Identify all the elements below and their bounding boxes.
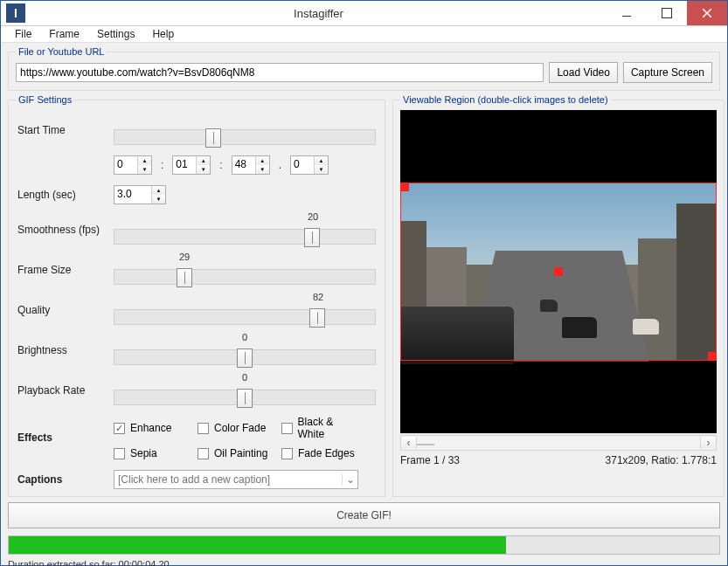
minutes-spinner[interactable]: 01▲▼ bbox=[172, 155, 211, 175]
maximize-button[interactable] bbox=[647, 1, 687, 25]
playback-slider[interactable]: 0 bbox=[114, 376, 376, 405]
chevron-down-icon: ⌄ bbox=[342, 473, 357, 486]
length-label: Length (sec) bbox=[17, 189, 114, 201]
app-icon: I bbox=[6, 3, 25, 23]
gif-settings-group: GIF Settings Start Time 0▲▼ : 01▲▼ : 48▲… bbox=[8, 94, 385, 497]
scroll-thumb[interactable] bbox=[417, 444, 434, 445]
effect-enhance[interactable]: Enhance bbox=[114, 416, 192, 440]
create-gif-button[interactable]: Create GIF! bbox=[8, 502, 720, 528]
length-spinner[interactable]: 3.0▲▼ bbox=[114, 185, 166, 204]
url-input[interactable] bbox=[16, 63, 544, 82]
captions-dropdown[interactable]: [Click here to add a new caption] ⌄ bbox=[114, 470, 358, 489]
up-arrow-icon[interactable]: ▲ bbox=[152, 186, 165, 195]
viewable-region-group: Viewable Region (double-click images to … bbox=[392, 94, 725, 497]
handle-center[interactable] bbox=[554, 267, 563, 276]
start-time-label: Start Time bbox=[17, 124, 114, 136]
url-group: File or Youtube URL Load Video Capture S… bbox=[8, 46, 720, 91]
up-arrow-icon[interactable]: ▲ bbox=[256, 156, 269, 165]
gif-settings-legend: GIF Settings bbox=[16, 94, 74, 105]
menubar: File Frame Settings Help bbox=[1, 26, 727, 43]
frame-counter: Frame 1 / 33 bbox=[400, 454, 460, 466]
status-text: Duration extracted so far: 00:00:04.20..… bbox=[8, 558, 720, 566]
smoothness-label: Smoothness (fps) bbox=[17, 224, 114, 236]
menu-file[interactable]: File bbox=[6, 26, 40, 42]
viewable-legend: Viewable Region (double-click images to … bbox=[400, 94, 611, 105]
load-video-button[interactable]: Load Video bbox=[549, 62, 618, 83]
progress-bar bbox=[8, 535, 720, 555]
framesize-slider[interactable]: 29 bbox=[114, 255, 376, 285]
effect-colorfade[interactable]: Color Fade bbox=[198, 416, 276, 440]
brightness-slider[interactable]: 0 bbox=[114, 335, 376, 365]
down-arrow-icon[interactable]: ▼ bbox=[256, 165, 269, 174]
close-button[interactable] bbox=[687, 1, 727, 25]
effects-label: Effects bbox=[17, 431, 114, 444]
effects-grid: Enhance Color Fade Black & White Sepia O… bbox=[114, 416, 376, 459]
preview-info: Frame 1 / 33 371x209, Ratio: 1.778:1 bbox=[400, 454, 717, 466]
start-time-slider[interactable] bbox=[114, 115, 376, 145]
handle-bottom-right[interactable] bbox=[708, 352, 717, 361]
hours-spinner[interactable]: 0▲▼ bbox=[114, 155, 152, 175]
url-legend: File or Youtube URL bbox=[16, 46, 107, 57]
preview-canvas[interactable] bbox=[400, 110, 717, 433]
scroll-right-icon[interactable]: › bbox=[700, 437, 716, 449]
down-arrow-icon[interactable]: ▼ bbox=[152, 195, 165, 204]
minimize-button[interactable] bbox=[607, 1, 647, 25]
down-arrow-icon[interactable]: ▼ bbox=[315, 165, 328, 174]
framesize-label: Frame Size bbox=[17, 264, 114, 276]
quality-slider[interactable]: 82 bbox=[114, 295, 376, 325]
up-arrow-icon[interactable]: ▲ bbox=[315, 156, 328, 165]
window-controls bbox=[607, 1, 727, 25]
app-window: I Instagiffer File Frame Settings Help F… bbox=[0, 0, 728, 566]
window-title: Instagiffer bbox=[31, 7, 607, 20]
playback-label: Playback Rate bbox=[17, 384, 114, 397]
effect-oil[interactable]: Oil Painting bbox=[198, 447, 276, 459]
seconds-spinner[interactable]: 48▲▼ bbox=[232, 155, 270, 175]
menu-settings[interactable]: Settings bbox=[88, 26, 143, 42]
down-arrow-icon[interactable]: ▼ bbox=[197, 165, 210, 174]
down-arrow-icon[interactable]: ▼ bbox=[138, 165, 151, 174]
smoothness-slider[interactable]: 20 bbox=[114, 215, 376, 245]
titlebar: I Instagiffer bbox=[1, 1, 727, 26]
effect-bw[interactable]: Black & White bbox=[281, 416, 360, 440]
dimensions-info: 371x209, Ratio: 1.778:1 bbox=[606, 454, 717, 466]
capture-screen-button[interactable]: Capture Screen bbox=[623, 62, 712, 83]
menu-help[interactable]: Help bbox=[143, 26, 183, 42]
preview-frame[interactable] bbox=[400, 183, 717, 361]
brightness-label: Brightness bbox=[17, 344, 114, 356]
body: File or Youtube URL Load Video Capture S… bbox=[1, 43, 727, 566]
progress-fill bbox=[9, 536, 506, 554]
captions-label: Captions bbox=[17, 473, 114, 486]
effect-fadeedges[interactable]: Fade Edges bbox=[281, 447, 360, 459]
up-arrow-icon[interactable]: ▲ bbox=[197, 156, 210, 165]
handle-top-left[interactable] bbox=[400, 183, 409, 191]
start-time-spinners: 0▲▼ : 01▲▼ : 48▲▼ . 0▲▼ bbox=[114, 155, 376, 175]
scroll-left-icon[interactable]: ‹ bbox=[401, 437, 417, 449]
effect-sepia[interactable]: Sepia bbox=[114, 447, 192, 459]
selection-box[interactable] bbox=[400, 183, 717, 361]
preview-scrollbar[interactable]: ‹ › bbox=[400, 435, 717, 451]
up-arrow-icon[interactable]: ▲ bbox=[138, 156, 151, 165]
quality-label: Quality bbox=[17, 304, 114, 316]
menu-frame[interactable]: Frame bbox=[40, 26, 88, 42]
centiseconds-spinner[interactable]: 0▲▼ bbox=[290, 155, 329, 175]
